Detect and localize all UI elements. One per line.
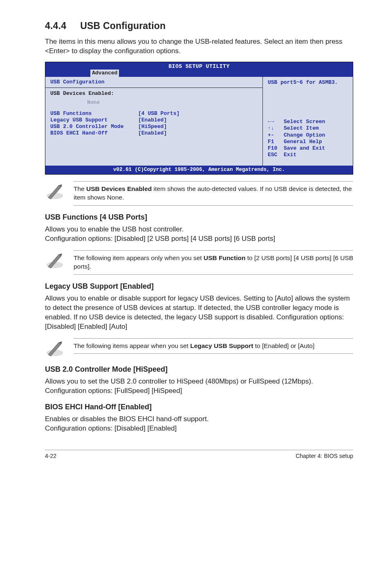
chapter-label: Chapter 4: BIOS setup	[296, 453, 353, 459]
note-text-part: The following item appears only when you…	[74, 254, 204, 261]
section-heading: 4.4.4USB Configuration	[45, 20, 353, 31]
bios-label: BIOS EHCI Hand-Off	[50, 130, 138, 137]
pen-note-icon	[45, 181, 65, 201]
bios-help-text: USB port5~6 for ASMB3.	[268, 79, 349, 86]
bios-titlebar: BIOS SETUP UTILITY Advanced	[45, 62, 353, 77]
bios-content: USB Devices Enabled: None USB Functions …	[45, 88, 262, 166]
bios-tab-advanced[interactable]: Advanced	[90, 70, 119, 77]
bios-label: USB 2.0 Controller Mode	[50, 123, 138, 130]
bios-label: USB Functions	[50, 110, 138, 117]
section-number: 4.4.4	[45, 20, 66, 31]
bios-key-row: ESC Exit	[268, 152, 349, 158]
section-title: USB Configuration	[80, 20, 166, 31]
page-number: 4-22	[45, 453, 56, 459]
subheading-usb20-mode: USB 2.0 Controller Mode [HiSpeed]	[45, 365, 353, 374]
note-text-part: The following items appear when you set	[74, 342, 190, 349]
bios-key-row: ←→ Select Screen	[268, 119, 349, 125]
note-block: The USB Devices Enabled item shows the a…	[45, 181, 353, 206]
bios-row-ehci-handoff[interactable]: BIOS EHCI Hand-Off [Enabled]	[50, 130, 258, 137]
bios-value: [Enabled]	[138, 117, 167, 123]
bios-row-usb-functions[interactable]: USB Functions [4 USB Ports]	[50, 110, 258, 117]
bios-panel: BIOS SETUP UTILITY Advanced USB Configur…	[45, 62, 353, 175]
page-footer: 4-22 Chapter 4: BIOS setup	[45, 450, 353, 459]
body-text: Allows you to set the USB 2.0 controller…	[45, 377, 353, 396]
bios-body: USB Configuration USB Devices Enabled: N…	[45, 77, 353, 166]
bios-value: [HiSpeed]	[138, 123, 167, 130]
bios-value: [Enabled]	[138, 130, 167, 137]
section-intro: The items in this menu allows you to cha…	[45, 37, 353, 56]
bios-key-row: F1 General Help	[268, 139, 349, 145]
note-text-part: The	[74, 185, 86, 192]
bios-value: [4 USB Ports]	[138, 110, 179, 117]
note-text: The following item appears only when you…	[74, 250, 353, 275]
bios-right-pane: USB port5~6 for ASMB3. ←→ Select Screen …	[263, 77, 353, 166]
bios-utility-title: BIOS SETUP UTILITY	[49, 63, 350, 70]
bios-left-pane: USB Configuration USB Devices Enabled: N…	[45, 77, 263, 166]
bios-devices-label: USB Devices Enabled:	[50, 90, 258, 97]
body-text: Configuration options: [Disabled] [2 USB…	[45, 234, 353, 244]
body-text: Allows you to enable the USB host contro…	[45, 225, 353, 234]
bios-label: Legacy USB Support	[50, 117, 138, 123]
bios-row-legacy-usb[interactable]: Legacy USB Support [Enabled]	[50, 117, 258, 123]
note-text-bold: USB Devices Enabled	[86, 185, 152, 192]
bios-subheader: USB Configuration	[45, 77, 262, 88]
body-text: Configuration options: [Disabled] [Enabl…	[45, 424, 353, 433]
bios-footer: v02.61 (C)Copyright 1985-2006, American …	[45, 166, 353, 175]
note-text-bold: USB Function	[204, 254, 245, 261]
bios-key-row: F10 Save and Exit	[268, 145, 349, 152]
bios-devices-value: None	[50, 99, 258, 106]
body-text: Allows you to enable or disable support …	[45, 294, 353, 332]
subheading-usb-functions: USB Functions [4 USB Ports]	[45, 213, 353, 222]
pen-note-icon	[45, 250, 65, 270]
note-text: The following items appear when you set …	[74, 338, 353, 354]
subheading-legacy-usb: Legacy USB Support [Enabled]	[45, 282, 353, 291]
bios-key-row: ↑↓ Select Item	[268, 125, 349, 132]
pen-note-icon	[45, 338, 65, 358]
bios-key-help: ←→ Select Screen ↑↓ Select Item +- Chang…	[268, 119, 349, 159]
subheading-ehci: BIOS EHCI Hand-Off [Enabled]	[45, 403, 353, 411]
bios-key-row: +- Change Option	[268, 132, 349, 139]
note-text: The USB Devices Enabled item shows the a…	[74, 181, 353, 206]
bios-row-usb20-mode[interactable]: USB 2.0 Controller Mode [HiSpeed]	[50, 123, 258, 130]
body-text: Enables or disables the BIOS EHCI hand-o…	[45, 415, 353, 424]
note-text-part: to [Enabled] or [Auto]	[253, 342, 314, 349]
note-block: The following item appears only when you…	[45, 250, 353, 275]
note-text-bold: Legacy USB Support	[190, 342, 253, 349]
note-block: The following items appear when you set …	[45, 338, 353, 358]
